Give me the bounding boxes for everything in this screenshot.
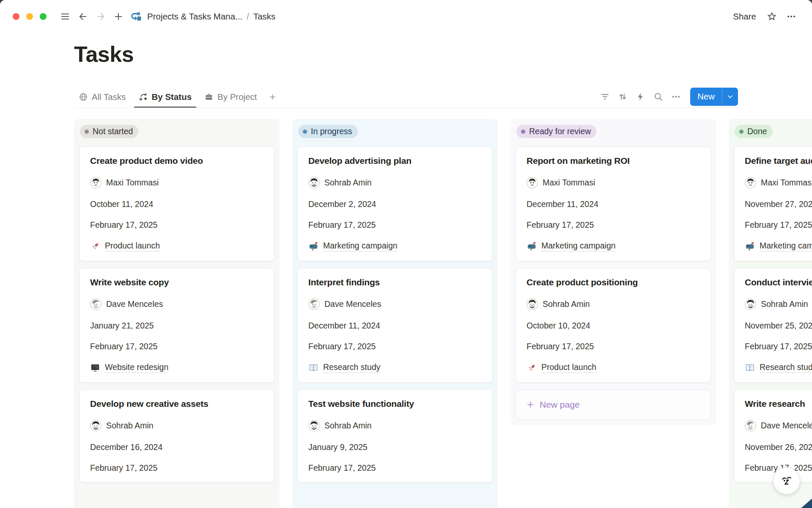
column-header: In progress xyxy=(298,125,492,138)
status-pill[interactable]: Not started xyxy=(80,125,138,138)
search-button[interactable] xyxy=(651,89,666,104)
card-date: December 2, 2024 xyxy=(308,199,482,209)
breadcrumb-separator: / xyxy=(244,11,252,22)
breadcrumb-page[interactable]: Tasks xyxy=(252,11,277,22)
project-link[interactable]: Marketing campaign xyxy=(541,241,616,251)
plus-icon xyxy=(526,400,535,409)
back-button[interactable] xyxy=(75,9,91,24)
task-card[interactable]: Report on marketing ROIMaxi TommasiDecem… xyxy=(516,146,711,261)
column-header: Done xyxy=(735,125,812,138)
page-title: Tasks xyxy=(74,41,812,67)
card-date: November 27, 2024 xyxy=(745,199,812,209)
column-header: Ready for review xyxy=(516,125,710,138)
briefcase-icon xyxy=(204,92,214,102)
avatar xyxy=(745,298,756,310)
view-options-button[interactable] xyxy=(669,89,683,104)
task-card[interactable]: Conduct interviewsSohrab AminNovember 25… xyxy=(734,268,812,383)
add-view-button[interactable]: + xyxy=(265,87,280,108)
column-header: Not started xyxy=(80,125,274,138)
date-value: February 17, 2025 xyxy=(745,342,812,351)
new-dropdown-button[interactable] xyxy=(722,88,738,106)
forward-button[interactable] xyxy=(93,9,108,24)
avatar xyxy=(527,177,538,188)
star-icon xyxy=(767,11,777,22)
task-card[interactable]: Test website functionalitySohrab AminJan… xyxy=(297,389,493,483)
card-title: Report on marketing ROI xyxy=(527,156,700,166)
favorite-star-button[interactable] xyxy=(764,8,780,25)
projects-app-icon xyxy=(130,11,142,22)
assignee-name: Sohrab Amin xyxy=(106,421,154,431)
minimize-button[interactable] xyxy=(26,13,33,20)
book-icon xyxy=(745,363,755,373)
breadcrumb-app[interactable]: Projects & Tasks Mana... xyxy=(145,11,244,22)
tab-by-project[interactable]: By Project xyxy=(200,87,261,108)
plus-icon xyxy=(113,11,123,22)
tab-label: By Project xyxy=(217,92,257,102)
date-value: February 17, 2025 xyxy=(745,220,812,230)
status-label: Ready for review xyxy=(529,127,591,136)
board-toolbar: New xyxy=(598,87,738,108)
share-button[interactable]: Share xyxy=(729,10,760,23)
date-value: December 11, 2024 xyxy=(527,199,598,209)
avatar xyxy=(745,177,756,188)
card-assignee: Sohrab Amin xyxy=(308,420,482,431)
zoom-button[interactable] xyxy=(40,13,47,20)
automations-button[interactable] xyxy=(634,89,648,104)
task-card[interactable]: Interpret findingsDave MencelesDecember … xyxy=(297,268,493,383)
more-options-button[interactable] xyxy=(783,8,799,25)
date-value: December 2, 2024 xyxy=(308,199,376,209)
plus-button[interactable] xyxy=(111,9,126,24)
card-date: February 17, 2025 xyxy=(745,342,812,351)
task-card[interactable]: Create product demo videoMaxi TommasiOct… xyxy=(79,146,274,261)
project-link[interactable]: Marketing campaign xyxy=(760,241,812,251)
notion-ai-button[interactable] xyxy=(773,467,800,494)
card-assignee: Sohrab Amin xyxy=(90,420,263,431)
tab-by-status[interactable]: By Status xyxy=(134,87,197,108)
card-title: Test website functionality xyxy=(308,399,482,409)
project-link[interactable]: Website redesign xyxy=(105,362,168,373)
status-pill[interactable]: Done xyxy=(735,125,773,138)
tab-all-tasks[interactable]: All Tasks xyxy=(74,87,131,108)
card-assignee: Maxi Tommasi xyxy=(745,177,812,188)
new-page-button[interactable]: New page xyxy=(516,389,711,420)
task-card[interactable]: Develop advertising planSohrab AminDecem… xyxy=(297,146,493,261)
card-project: Product launch xyxy=(90,241,263,251)
project-link[interactable]: Research study xyxy=(760,362,812,373)
card-date: February 17, 2025 xyxy=(90,220,263,230)
card-assignee: Dave Menceles xyxy=(90,298,263,310)
menu-button[interactable] xyxy=(58,9,73,24)
status-pill[interactable]: In progress xyxy=(298,125,358,138)
date-value: January 9, 2025 xyxy=(308,442,368,452)
card-date: February 17, 2025 xyxy=(527,220,700,230)
close-button[interactable] xyxy=(13,13,19,20)
assignee-name: Sohrab Amin xyxy=(324,421,372,431)
task-card[interactable]: Define target audienceMaxi TommasiNovemb… xyxy=(734,146,812,261)
back-icon xyxy=(78,11,88,22)
project-link[interactable]: Product launch xyxy=(541,362,596,373)
avatar xyxy=(308,177,320,188)
view-tabs: All TasksBy StatusBy Project+ xyxy=(74,87,284,108)
status-pill[interactable]: Ready for review xyxy=(516,125,596,138)
task-card[interactable]: Write researchDave MencelesNovember 26, … xyxy=(734,389,812,483)
new-button[interactable]: New xyxy=(690,88,722,106)
task-card[interactable]: Write website copyDave MencelesJanuary 2… xyxy=(79,268,274,383)
project-link[interactable]: Marketing campaign xyxy=(323,241,398,251)
ellipsis-icon xyxy=(671,92,681,102)
nav-buttons xyxy=(58,9,126,24)
avatar xyxy=(90,420,102,431)
card-date: November 26, 2024 xyxy=(745,442,812,452)
task-card[interactable]: Create product positioningSohrab AminOct… xyxy=(516,268,711,383)
avatar xyxy=(308,298,320,310)
filter-button[interactable] xyxy=(598,89,612,104)
card-date: February 17, 2025 xyxy=(90,342,263,351)
tab-label: By Status xyxy=(152,92,192,102)
assignee-name: Maxi Tommasi xyxy=(543,178,595,188)
card-title: Create product demo video xyxy=(90,156,263,166)
task-card[interactable]: Develop new creative assetsSohrab AminDe… xyxy=(79,389,274,483)
sort-button[interactable] xyxy=(616,89,630,104)
card-title: Conduct interviews xyxy=(745,277,812,287)
project-link[interactable]: Research study xyxy=(323,362,380,373)
forward-icon xyxy=(96,11,106,22)
project-link[interactable]: Product launch xyxy=(105,241,160,251)
card-title: Develop advertising plan xyxy=(308,156,482,166)
